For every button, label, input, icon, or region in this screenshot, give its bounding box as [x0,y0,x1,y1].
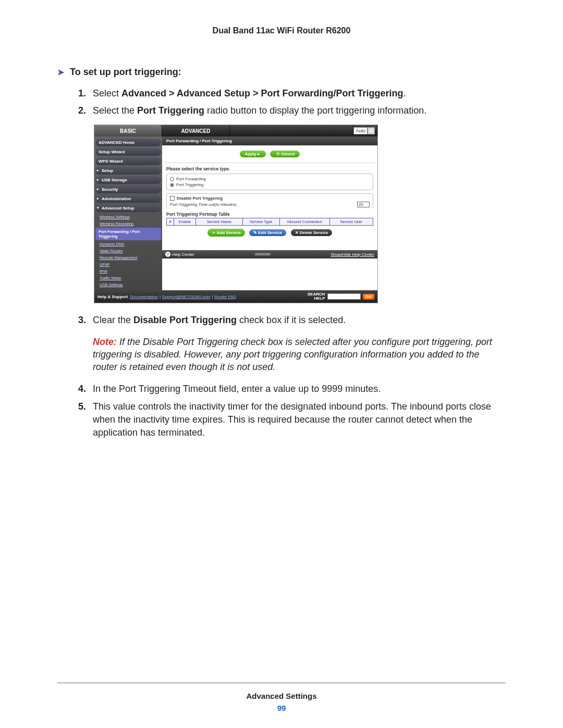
radio-port-triggering[interactable]: Port Triggering [170,182,370,188]
step-1: 1. Select Advanced > Advanced Setup > Po… [78,87,506,100]
drag-handle-icon[interactable] [255,253,271,256]
disable-port-triggering-checkbox[interactable]: Disable Port Triggering [170,196,370,201]
sidebar-sub-port-forwarding[interactable]: Port Forwarding / Port Triggering [95,228,161,240]
sidebar-sub-traffic-meter[interactable]: Traffic Meter [95,275,161,281]
step-number: 5. [78,400,86,413]
sidebar-sub-wireless-settings[interactable]: Wireless Settings [95,214,161,220]
step-text-end: . [403,88,406,98]
note-block: Note: If the Disable Port Triggering che… [93,336,506,374]
step-number: 1. [78,87,86,100]
apply-button[interactable]: Apply▸ [240,151,266,157]
close-icon: ✕ [276,152,280,156]
step-2: 2. Select the Port Triggering radio butt… [78,104,506,117]
step-text-end: check box if it is selected. [237,315,346,325]
sidebar-item-advanced-home[interactable]: ADVANCED Home [95,139,161,146]
language-select-wrap: Auto ▼ [353,125,377,137]
sidebar-sub-wireless-repeating[interactable]: Wireless Repeating [95,220,161,227]
sidebar-sub-static-routes[interactable]: Static Routes [95,248,161,254]
pencil-icon: ✎ [253,230,257,235]
timeout-input[interactable]: 20 [357,202,370,207]
checkbox-icon [170,196,175,201]
page-footer: Advanced Settings 99 [0,683,563,712]
language-select[interactable]: Auto [353,127,368,134]
delete-service-button[interactable]: ✕Delete Service [291,229,333,236]
sidebar: ADVANCED Home Setup Wizard WPS Wizard Se… [94,137,162,290]
sidebar-item-setup-wizard[interactable]: Setup Wizard [95,148,161,156]
sidebar-sub-upnp[interactable]: UPnP [95,261,161,268]
documentation-link[interactable]: Documentation [130,294,158,299]
main-panel: Port Forwarding / Port Triggering Apply▸… [162,137,377,290]
tab-spacer [230,125,353,137]
step-5: 5. This value controls the inactivity ti… [78,400,506,440]
step-number: 4. [78,382,86,396]
th-service-type: Service Type [243,218,280,225]
timeout-label: Port Triggering Time-out(in minutes) [170,202,237,207]
step-number: 2. [78,104,86,117]
radio-port-forwarding[interactable]: Port Forwarding [170,176,370,182]
help-center-bar: ?Help Center Show/Hide Help Center [162,250,377,258]
button-row: Apply▸ ✕Cancel [165,145,374,163]
sidebar-item-administration[interactable]: Administration [95,195,161,203]
sidebar-sub-usb-settings[interactable]: USB Settings [95,281,161,288]
sidebar-item-setup[interactable]: Setup [95,167,161,175]
th-service-user: Service User [330,218,373,225]
sidebar-sub-remote-management[interactable]: Remote Management [95,254,161,261]
port-triggering-options: Disable Port Triggering Port Triggering … [166,193,373,208]
footer-bar: Help & Support Documentation | Support@N… [94,290,377,303]
search-input[interactable] [327,293,361,300]
radio-icon [170,177,174,181]
sidebar-sub-ipv6[interactable]: IPv6 [95,268,161,275]
section-heading: ➤ To set up port triggering: [57,67,506,78]
help-center-label[interactable]: ?Help Center [165,252,194,257]
note-label: Note: [93,337,117,347]
sidebar-item-advanced-setup[interactable]: Advanced Setup [95,204,161,212]
show-hide-help-link[interactable]: Show/Hide Help Center [331,252,374,257]
search-help-label: SEARCH HELP [308,292,325,301]
tab-bar: BASIC ADVANCED Auto ▼ [94,125,377,137]
th-index: # [167,218,174,225]
step-text: This value controls the inactivity timer… [93,401,491,438]
edit-service-button[interactable]: ✎Edit Service [249,229,286,236]
step-text: Clear the [93,315,133,325]
support-email-link[interactable]: Support@NETGEAR.com [162,294,210,299]
add-service-button[interactable]: ＋Add Service [207,229,245,237]
close-icon: ✕ [295,230,299,235]
router-faq-link[interactable]: Router FAQ [214,294,236,299]
tab-advanced[interactable]: ADVANCED [162,125,230,137]
portmap-table-title: Port Triggering Portmap Table [166,212,373,217]
sidebar-item-wps-wizard[interactable]: WPS Wizard [95,157,161,165]
breadcrumb: Port Forwarding / Port Triggering [162,137,377,145]
service-type-group: Port Forwarding Port Triggering [166,174,373,190]
plus-icon: ＋ [212,230,216,236]
heading-arrow-icon: ➤ [57,68,64,77]
sidebar-sub-dynamic-dns[interactable]: Dynamic DNS [95,241,161,248]
page-number: 99 [0,704,563,712]
table-button-row: ＋Add Service ✎Edit Service ✕Delete Servi… [162,226,377,250]
portmap-table: # Enable Service Name Service Type Inbou… [166,218,373,226]
radio-icon [170,183,174,187]
step-text: Select the [93,105,137,116]
portmap-table-header: # Enable Service Name Service Type Inbou… [167,218,373,225]
step-bold: Port Triggering [137,105,204,116]
router-screenshot: BASIC ADVANCED Auto ▼ ADVANCED Home Setu… [94,125,378,303]
step-text: Select [93,88,121,98]
th-service-name: Service Name [196,218,243,225]
chevron-down-icon[interactable]: ▼ [368,127,375,134]
cancel-button[interactable]: ✕Cancel [270,151,300,157]
service-type-label: Please select the service type. [162,163,377,174]
sidebar-item-usb-storage[interactable]: USB Storage [95,176,161,184]
step-4: 4. In the Port Triggering Timeout field,… [78,382,506,396]
th-enable: Enable [174,218,196,225]
section-heading-text: To set up port triggering: [70,67,181,77]
help-support-label: Help & Support [97,294,128,299]
go-button[interactable]: GO [363,294,374,300]
step-number: 3. [78,314,86,327]
tab-basic[interactable]: BASIC [94,125,162,137]
note-body: If the Disable Port Triggering check box… [93,337,492,373]
step-bold: Disable Port Triggering [133,315,237,325]
sidebar-item-security[interactable]: Security [95,186,161,193]
step-text: In the Port Triggering Timeout field, en… [93,384,381,394]
step-text-end: radio button to display the port trigger… [204,105,426,116]
step-3: 3. Clear the Disable Port Triggering che… [78,314,506,327]
document-header: Dual Band 11ac WiFi Router R6200 [57,26,506,35]
